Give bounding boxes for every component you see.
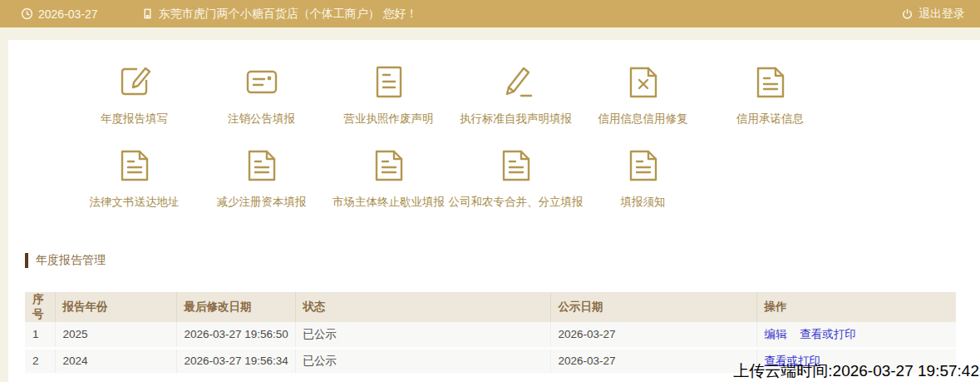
menu-item-label: 减少注册资本填报 [217,195,307,210]
menu-row-1: 年度报告填写 注销公告填报 营业执照作废声明 执行标准自我声明填报 信用信息信用… [8,40,980,127]
menu-item-label: 年度报告填写 [101,112,168,127]
pencil-icon [496,62,536,102]
menu-item-credit-commitment[interactable]: 信用承诺信息 [707,62,834,127]
menu-item-merger-division[interactable]: 公司和农专合并、分立填报 [452,145,579,210]
menu-item-label: 执行标准自我声明填报 [460,112,572,127]
menu-item-capital-reduction[interactable]: 减少注册资本填报 [198,145,325,210]
upload-cloud-time-text: 上传云端时间:2026-03-27 19:57:42 [733,360,979,382]
section-title: 年度报告管理 [25,253,980,268]
menu-item-label: 填报须知 [621,195,666,210]
menu-item-standard-self-declaration[interactable]: 执行标准自我声明填报 [452,62,579,127]
section-title-bar [25,253,28,268]
menu-item-label: 营业执照作废声明 [344,112,434,127]
document-fold-lines-icon [496,145,536,185]
section-title-text: 年度报告管理 [36,253,106,268]
document-fold-lines-icon [751,62,790,102]
current-date: 2026-03-27 [21,7,98,21]
menu-item-label: 法律文书送达地址 [90,195,180,210]
logout-label: 退出登录 [918,7,965,22]
main-panel: 年度报告填写 注销公告填报 营业执照作废声明 执行标准自我声明填报 信用信息信用… [8,40,980,382]
cell-last-modified: 2026-03-27 19:56:34 [176,348,295,374]
cell-publish-date: 2026-03-27 [550,322,756,348]
document-lines-icon [369,62,409,102]
document-fold-lines-icon [623,145,663,185]
table-header-row: 序号 报告年份 最后修改日期 状态 公示日期 操作 [25,292,956,322]
document-x-icon [623,62,663,102]
company-greeting-text: 东莞市虎门两个小糖百货店（个体工商户） 您好！ [159,7,418,22]
header-status: 状态 [295,292,550,322]
edit-square-icon [115,62,155,102]
menu-item-filing-instructions[interactable]: 填报须知 [579,145,707,210]
menu-item-label: 注销公告填报 [228,112,295,127]
document-fold-lines-icon [115,145,155,185]
building-icon [141,7,154,20]
menu-item-credit-repair[interactable]: 信用信息信用修复 [579,62,707,127]
cell-status: 已公示 [295,322,550,348]
header-seq: 序号 [25,292,55,322]
menu-item-label: 信用信息信用修复 [598,112,688,127]
menu-item-annual-report-fill[interactable]: 年度报告填写 [71,62,198,127]
edit-link[interactable]: 编辑 [765,328,787,340]
current-date-text: 2026-03-27 [38,7,98,21]
cell-seq: 2 [25,348,55,374]
clock-icon [21,7,33,20]
header-actions: 操作 [756,292,956,322]
cell-publish-date: 2026-03-27 [550,348,756,374]
menu-item-business-closure[interactable]: 市场主体终止歇业填报 [325,145,452,210]
header-report-year: 报告年份 [55,292,176,322]
table-row: 1 2025 2026-03-27 19:56:50 已公示 2026-03-2… [25,322,956,348]
menu-item-label: 公司和农专合并、分立填报 [449,195,584,210]
logout-button[interactable]: 退出登录 [901,7,965,22]
view-or-print-link[interactable]: 查看或打印 [800,328,856,340]
cell-last-modified: 2026-03-27 19:56:50 [176,322,295,348]
menu-item-legal-document-address[interactable]: 法律文书送达地址 [71,145,198,210]
cell-status: 已公示 [295,348,550,374]
menu-item-label: 市场主体终止歇业填报 [332,195,445,210]
header-last-modified: 最后修改日期 [176,292,295,322]
cell-seq: 1 [25,322,55,348]
menu-row-2: 法律文书送达地址 减少注册资本填报 市场主体终止歇业填报 公司和农专合并、分立填… [8,127,980,210]
cell-actions: 编辑 查看或打印 [756,322,956,348]
document-fold-lines-icon [369,145,409,185]
menu-item-label: 信用承诺信息 [736,112,804,127]
document-fold-lines-icon [242,145,282,185]
menu-item-cancellation-announcement[interactable]: 注销公告填报 [198,62,325,127]
company-greeting: 东莞市虎门两个小糖百货店（个体工商户） 您好！ [141,7,418,22]
announcement-card-icon [242,62,282,102]
cell-report-year: 2025 [55,322,176,348]
header-publish-date: 公示日期 [550,292,756,322]
power-icon [901,7,914,20]
cell-report-year: 2024 [55,348,176,374]
top-bar: 2026-03-27 东莞市虎门两个小糖百货店（个体工商户） 您好！ 退出登录 [0,0,980,27]
menu-item-license-invalid-declaration[interactable]: 营业执照作废声明 [325,62,452,127]
